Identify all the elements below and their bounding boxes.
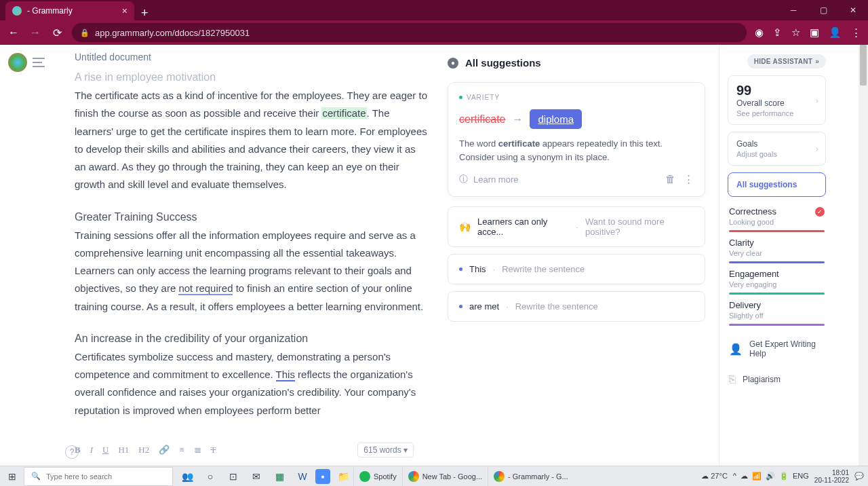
- suggestion-description: The word certificate appears repeatedly …: [459, 137, 694, 164]
- volume-icon[interactable]: 🔊: [766, 472, 775, 481]
- grammarly-logo[interactable]: [8, 53, 27, 72]
- h2-button[interactable]: H2: [138, 445, 149, 455]
- learn-more-link[interactable]: Learn more: [473, 174, 518, 185]
- editor-content[interactable]: A rise in employee motivation The certif…: [75, 68, 427, 441]
- window-maximize[interactable]: ▢: [808, 0, 838, 20]
- spotify-taskbar[interactable]: Spotify: [353, 467, 402, 486]
- lock-icon: 🔒: [80, 29, 90, 37]
- score-card[interactable]: 99 Overall score See performance ›: [728, 75, 826, 125]
- search-input[interactable]: [46, 472, 165, 481]
- excel-icon[interactable]: ▦: [269, 467, 290, 486]
- original-word: certificate: [459, 113, 505, 126]
- bullet-list-button[interactable]: ≣: [194, 445, 201, 455]
- spotify-icon: [359, 471, 370, 482]
- language-indicator[interactable]: ENG: [793, 472, 809, 481]
- suggestion-item[interactable]: are met · Rewrite the sentence: [448, 291, 705, 322]
- hide-assistant-button[interactable]: HIDE ASSISTANT »: [747, 54, 826, 69]
- word-count[interactable]: 615 words ▾: [357, 443, 414, 457]
- trash-icon[interactable]: 🗑: [665, 173, 675, 185]
- start-button[interactable]: ⊞: [0, 471, 24, 482]
- link-button[interactable]: 🔗: [159, 445, 170, 455]
- explorer-icon[interactable]: 📁: [333, 467, 353, 486]
- forward-button[interactable]: →: [28, 26, 42, 39]
- address-bar[interactable]: 🔒 app.grammarly.com/ddocs/1827950031: [72, 23, 747, 42]
- clock[interactable]: 18:0120-11-2022: [814, 469, 849, 484]
- plagiarism-link[interactable]: ⎘Plagiarism: [728, 369, 826, 390]
- window-minimize[interactable]: ─: [778, 0, 808, 20]
- favicon: [12, 6, 22, 16]
- mail-icon[interactable]: ✉: [246, 467, 267, 486]
- more-icon[interactable]: ⋮: [684, 173, 694, 185]
- zoom-icon[interactable]: ▪: [315, 469, 330, 484]
- extension-icon[interactable]: ◉: [755, 26, 764, 39]
- cloud-icon[interactable]: ☁: [741, 472, 748, 481]
- format-toolbar: B I U H1 H2 🔗 ≡ ≣ T 615 words ▾: [75, 440, 414, 460]
- cortana-icon[interactable]: ○: [200, 467, 220, 486]
- document-title[interactable]: Untitled document: [75, 52, 427, 62]
- page-scrollbar[interactable]: [859, 45, 868, 466]
- tray-chevron-icon[interactable]: ^: [733, 472, 736, 481]
- extensions-icon[interactable]: ▣: [810, 26, 819, 39]
- person-icon: 👤: [729, 343, 743, 356]
- profile-icon[interactable]: 👤: [829, 26, 842, 39]
- chrome-icon: [494, 471, 505, 482]
- metric-delivery[interactable]: DeliverySlightly off: [728, 297, 826, 329]
- underlined-word[interactable]: This: [276, 369, 295, 381]
- chrome-tab1-taskbar[interactable]: New Tab - Goog...: [402, 467, 488, 486]
- help-button[interactable]: ?: [65, 445, 79, 459]
- people-icon[interactable]: 👥: [177, 467, 197, 486]
- h1-button[interactable]: H1: [118, 445, 129, 455]
- browser-tab[interactable]: - Grammarly ×: [5, 1, 134, 20]
- chrome-tab2-taskbar[interactable]: - Grammarly - G...: [488, 467, 574, 486]
- chevron-icon: ›: [816, 96, 818, 105]
- italic-button[interactable]: I: [90, 445, 93, 455]
- tab-title: - Grammarly: [27, 6, 73, 16]
- suggestion-item[interactable]: 🙌 Learners can only acce... · Want to so…: [448, 206, 705, 247]
- dot-icon: [459, 305, 462, 308]
- metric-clarity[interactable]: ClarityVery clear: [728, 235, 826, 266]
- metric-engagement[interactable]: EngagementVery engaging: [728, 266, 826, 297]
- expert-help-link[interactable]: 👤Get Expert Writing Help: [728, 335, 826, 362]
- highlighted-word[interactable]: certificate: [321, 107, 366, 119]
- word-icon[interactable]: W: [292, 467, 313, 486]
- suggestion-item[interactable]: This · Rewrite the sentence: [448, 254, 705, 284]
- plagiarism-icon: ⎘: [729, 373, 736, 386]
- new-tab-button[interactable]: +: [141, 6, 149, 20]
- dot-icon: [459, 267, 462, 271]
- weather-widget[interactable]: ☁ 27°C: [701, 472, 728, 481]
- chevron-right-icon: »: [815, 58, 819, 65]
- goals-card[interactable]: Goals Adjust goals ›: [728, 132, 826, 166]
- hamburger-menu-icon[interactable]: [33, 58, 45, 67]
- taskbar-search[interactable]: 🔍: [24, 467, 173, 486]
- info-icon: ⓘ: [459, 173, 468, 185]
- underlined-phrase[interactable]: not required: [178, 282, 233, 295]
- suggestions-icon: ●: [448, 58, 458, 69]
- close-tab-icon[interactable]: ×: [122, 5, 127, 16]
- suggestions-header: ● All suggestions: [448, 57, 705, 69]
- bookmark-icon[interactable]: ☆: [791, 26, 800, 39]
- chrome-icon: [408, 471, 419, 482]
- all-suggestions-tab[interactable]: All suggestions: [728, 172, 826, 197]
- replacement-button[interactable]: diploma: [530, 109, 582, 129]
- search-icon: 🔍: [31, 472, 41, 481]
- emoji-icon: 🙌: [459, 221, 471, 232]
- menu-icon[interactable]: ⋮: [851, 26, 861, 39]
- battery-icon[interactable]: 🔋: [779, 472, 789, 481]
- reload-button[interactable]: ⟳: [50, 26, 64, 39]
- wifi-icon[interactable]: 📶: [752, 472, 762, 481]
- metric-correctness[interactable]: Correctness✓Looking good: [728, 204, 826, 235]
- clear-format-button[interactable]: T: [211, 445, 216, 455]
- back-button[interactable]: ←: [7, 26, 20, 39]
- arrow-icon: →: [512, 113, 523, 126]
- scrollbar-thumb[interactable]: [860, 45, 867, 86]
- share-icon[interactable]: ⇪: [773, 26, 782, 39]
- suggestion-card[interactable]: VARIETY certificate → diploma The word c…: [448, 82, 705, 197]
- window-close[interactable]: ✕: [838, 0, 868, 20]
- url-text: app.grammarly.com/ddocs/1827950031: [95, 28, 250, 38]
- check-icon: ✓: [815, 207, 825, 217]
- numbered-list-button[interactable]: ≡: [179, 445, 184, 455]
- task-view-icon[interactable]: ⊡: [223, 467, 243, 486]
- underline-button[interactable]: U: [102, 445, 108, 455]
- suggestion-tag: VARIETY: [459, 94, 694, 101]
- notifications-icon[interactable]: 💬: [854, 472, 864, 481]
